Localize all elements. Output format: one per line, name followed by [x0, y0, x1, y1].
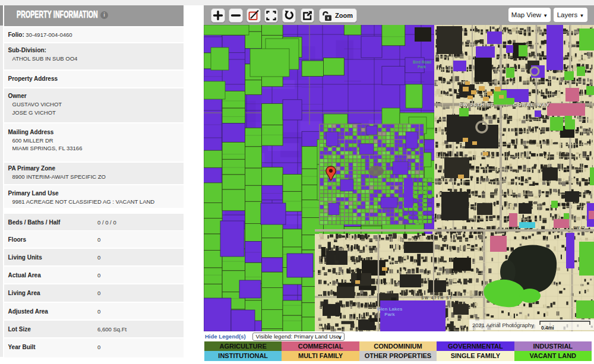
svg-text:SW 42: SW 42 — [573, 226, 585, 230]
svg-text:SW 47TH ST: SW 47TH ST — [421, 296, 453, 300]
svg-text:Park: Park — [384, 312, 395, 317]
svg-text:0.4mi: 0.4mi — [541, 325, 554, 331]
svg-text:Glen Lakes: Glen Lakes — [377, 306, 403, 312]
svg-text:CORAL WAY: CORAL WAY — [513, 102, 550, 107]
svg-text:Bird Road: Bird Road — [413, 60, 431, 64]
svg-text:2021 Aerial Photography: 2021 Aerial Photography — [472, 322, 534, 328]
svg-text:Park: Park — [418, 65, 426, 69]
svg-text:SW 26TH ST: SW 26TH ST — [459, 102, 494, 107]
